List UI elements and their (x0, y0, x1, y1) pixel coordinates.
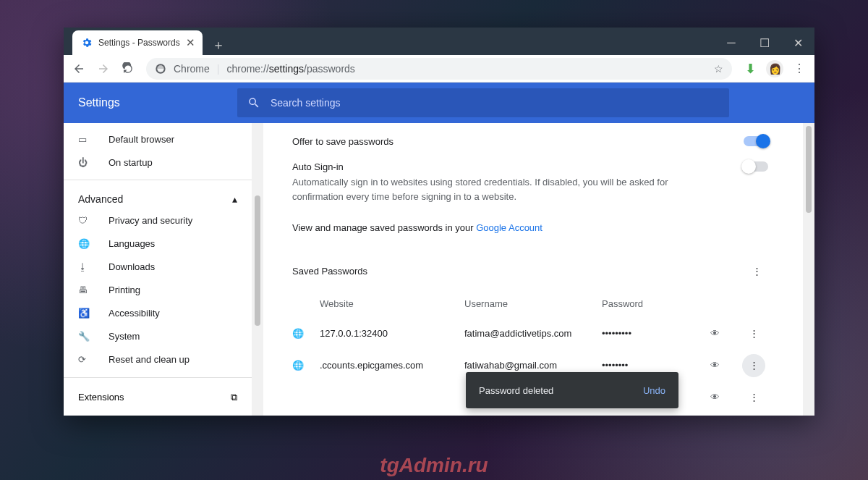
sidebar-item-on-startup[interactable]: ⏻ On startup (64, 151, 252, 174)
forward-button[interactable] (93, 58, 114, 80)
google-account-link[interactable]: Google Account (476, 222, 542, 233)
omnibox-url: chrome://settings/passwords (226, 63, 354, 75)
restore-icon: ⟳ (78, 354, 93, 365)
offer-save-row: Offer to save passwords (292, 129, 768, 154)
omnibox[interactable]: Chrome | chrome://settings/passwords ☆ (146, 58, 732, 80)
show-password-button[interactable]: 👁 (710, 360, 742, 371)
extension-idm-icon[interactable]: ⬇ (739, 58, 761, 80)
minimize-button[interactable]: ─ (715, 30, 748, 55)
printer-icon: 🖶 (78, 285, 93, 295)
sidebar-item-accessibility[interactable]: ♿ Accessibility (64, 302, 252, 325)
show-password-button[interactable]: 👁 (710, 328, 742, 339)
sidebar-item-extensions[interactable]: Extensions ⧉ (64, 384, 252, 411)
toast-undo-button[interactable]: Undo (643, 385, 665, 396)
sidebar-item-languages[interactable]: 🌐 Languages (64, 232, 252, 256)
site-icon: 🌐 (292, 328, 320, 339)
sidebar-section-label: Advanced (78, 193, 123, 205)
sidebar-item-label: Privacy and security (109, 215, 192, 226)
col-password: Password (602, 298, 710, 309)
settings-search-input[interactable] (271, 97, 719, 109)
close-window-button[interactable]: ✕ (781, 30, 814, 55)
sidebar-item-label: Extensions (78, 392, 124, 403)
password-row: 🌐 127.0.0.1:32400 fatima@addictivetips.c… (292, 318, 768, 350)
browser-window: Settings - Passwords ✕ ＋ ─ ☐ ✕ Chrome | … (64, 28, 814, 416)
password-username: fatiwahab@gmail.com (464, 360, 602, 371)
sidebar-item-label: Downloads (109, 261, 155, 272)
window-controls: ─ ☐ ✕ (715, 30, 814, 55)
sidebar-item-label: Reset and clean up (109, 354, 190, 365)
password-row-more-button[interactable]: ⋮ (742, 386, 765, 409)
sidebar-divider (64, 377, 252, 378)
settings-title: Settings (78, 96, 237, 109)
gear-icon (81, 37, 93, 49)
maximize-button[interactable]: ☐ (748, 30, 781, 55)
chevron-up-icon: ▴ (232, 193, 237, 205)
arrow-right-icon (97, 62, 110, 75)
show-password-button[interactable]: 👁 (710, 392, 742, 403)
browser-menu-button[interactable]: ⋮ (788, 58, 810, 80)
sidebar-item-label: Printing (109, 285, 140, 295)
sidebar-item-reset[interactable]: ⟳ Reset and clean up (64, 348, 252, 371)
browser-icon: ▭ (78, 134, 93, 145)
profile-avatar[interactable]: 👩 (764, 58, 786, 80)
settings-search[interactable] (237, 88, 729, 117)
sidebar-item-downloads[interactable]: ⭳ Downloads (64, 256, 252, 279)
password-site[interactable]: .ccounts.epicgames.com (320, 360, 464, 371)
password-site[interactable]: 127.0.0.1:32400 (320, 328, 464, 339)
sidebar-item-label: Languages (109, 238, 155, 249)
browser-toolbar: Chrome | chrome://settings/passwords ☆ ⬇… (64, 55, 814, 83)
toast-message: Password deleted (479, 385, 553, 396)
sidebar-item-default-browser[interactable]: ▭ Default browser (64, 127, 252, 151)
saved-passwords-title: Saved Passwords (292, 266, 367, 277)
sidebar-item-system[interactable]: 🔧 System (64, 325, 252, 348)
shield-icon: 🛡 (78, 215, 93, 226)
reload-icon (122, 62, 135, 75)
sidebar-divider (64, 180, 252, 180)
google-account-text: View and manage saved passwords in your (292, 222, 476, 233)
password-masked: ••••••••• (602, 328, 710, 339)
password-row-more-button[interactable]: ⋮ (742, 354, 765, 377)
offer-save-toggle[interactable] (744, 136, 768, 146)
arrow-left-icon (72, 62, 85, 75)
power-icon: ⏻ (78, 157, 93, 168)
auto-signin-toggle[interactable] (744, 161, 768, 172)
sidebar-container: ▭ Default browser ⏻ On startup Advanced … (64, 123, 263, 416)
sidebar-scrollbar-thumb[interactable] (255, 195, 260, 326)
password-masked: •••••••• (602, 360, 710, 371)
settings-content: ▭ Default browser ⏻ On startup Advanced … (64, 123, 814, 416)
toggle-knob (741, 159, 756, 174)
reload-button[interactable] (117, 58, 139, 80)
settings-header: Settings (64, 83, 814, 123)
omnibox-host: Chrome (174, 63, 210, 75)
sidebar-item-label: Default browser (109, 134, 174, 145)
sidebar-item-privacy[interactable]: 🛡 Privacy and security (64, 209, 252, 232)
settings-main: Offer to save passwords Auto Sign-in Aut… (263, 123, 814, 416)
password-row-more-button[interactable]: ⋮ (742, 322, 765, 345)
sidebar-item-printing[interactable]: 🖶 Printing (64, 279, 252, 302)
tab-close-icon[interactable]: ✕ (186, 36, 195, 49)
sidebar-scrollbar[interactable] (252, 123, 263, 416)
globe-icon: 🌐 (78, 238, 93, 249)
watermark: tgAdmin.ru (380, 454, 488, 477)
secure-icon (155, 63, 166, 75)
auto-signin-desc: Automatically sign in to websites using … (292, 175, 697, 203)
new-tab-button[interactable]: ＋ (208, 35, 229, 55)
sidebar-advanced-toggle[interactable]: Advanced ▴ (64, 186, 252, 209)
back-button[interactable] (68, 58, 90, 80)
saved-passwords-more-button[interactable]: ⋮ (745, 260, 768, 283)
accessibility-icon: ♿ (78, 308, 93, 319)
search-icon (247, 96, 260, 109)
star-icon[interactable]: ☆ (714, 63, 723, 75)
sidebar-item-label: System (109, 331, 140, 342)
browser-tab[interactable]: Settings - Passwords ✕ (72, 30, 203, 55)
main-scrollbar-thumb[interactable] (806, 126, 812, 213)
site-icon: 🌐 (292, 360, 320, 371)
avatar-icon: 👩 (766, 60, 783, 77)
main-scrollbar[interactable] (803, 123, 814, 416)
toggle-knob (756, 134, 770, 148)
download-icon: ⭳ (78, 261, 93, 272)
password-username: fatima@addictivetips.com (464, 328, 602, 339)
saved-passwords-header: Saved Passwords ⋮ (292, 243, 768, 286)
auto-signin-title: Auto Sign-in (292, 161, 697, 172)
tab-title: Settings - Passwords (98, 38, 180, 48)
